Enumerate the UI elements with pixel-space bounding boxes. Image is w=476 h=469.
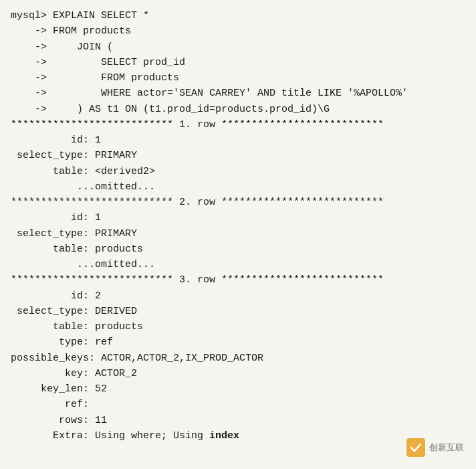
row3-rows-value: 11: [89, 413, 107, 428]
row3-possible-keys: possible_keys: ACTOR,ACTOR_2,IX_PROD_ACT…: [11, 351, 465, 366]
row3-select-type: select_type: DERIVED: [11, 304, 465, 319]
row2-id-label: id:: [11, 210, 89, 225]
query-text-1: EXPLAIN SELECT *: [53, 8, 149, 23]
query-text-4: SELECT prod_id: [53, 55, 185, 70]
query-text-2: FROM products: [53, 23, 131, 39]
query-text-7: ) AS t1 ON (t1.prod_id=products.prod_id)…: [53, 102, 330, 117]
row3-table-label: table:: [11, 319, 89, 335]
watermark: 创新互联: [406, 438, 464, 457]
checkmark-icon: [409, 441, 423, 454]
row2-omitted: ...omitted...: [11, 257, 465, 272]
row3-table-value: products: [89, 319, 143, 335]
row3-key-len: key_len: 52: [11, 381, 465, 397]
row3-select-type-label: select_type:: [11, 304, 89, 319]
arrow-prompt-4: ->: [11, 55, 53, 70]
row3-key-label: key:: [11, 366, 89, 381]
row1-select-type-label: select_type:: [11, 148, 89, 163]
query-line-7: -> ) AS t1 ON (t1.prod_id=products.prod_…: [11, 102, 465, 117]
arrow-prompt-6: ->: [11, 86, 53, 101]
row3-ref-label: ref:: [11, 397, 89, 412]
row3-id-value: 2: [89, 288, 101, 304]
row3-divider: *************************** 3. row *****…: [11, 272, 465, 288]
query-text-6: WHERE actor='SEAN CARREY' AND title LIKE…: [53, 86, 408, 101]
query-line-3: -> JOIN (: [11, 39, 465, 55]
row2-divider: *************************** 2. row *****…: [11, 195, 465, 210]
row2-select-type-label: select_type:: [11, 226, 89, 242]
row3-extra: Extra: Using where; Using index: [11, 428, 465, 444]
prompt-label: mysql>: [11, 8, 53, 23]
row3-key-value: ACTOR_2: [89, 366, 137, 381]
row1-select-type: select_type: PRIMARY: [11, 148, 465, 163]
row3-extra-label: Extra:: [11, 428, 89, 444]
query-line-4: -> SELECT prod_id: [11, 55, 465, 70]
terminal-window: mysql> EXPLAIN SELECT * -> FROM products…: [11, 8, 465, 444]
row2-omitted-text: ...omitted...: [11, 257, 155, 272]
arrow-prompt-7: ->: [11, 102, 53, 117]
row3-extra-value-normal: Using where; Using: [89, 428, 209, 444]
arrow-prompt-5: ->: [11, 70, 53, 86]
row1-select-type-value: PRIMARY: [89, 148, 137, 163]
row3-key-len-label: key_len:: [11, 381, 89, 397]
row3-type-value: ref: [89, 335, 113, 350]
row3-possible-keys-label: possible_keys:: [11, 351, 95, 366]
row3-type-label: type:: [11, 335, 89, 350]
query-line-2: -> FROM products: [11, 23, 465, 39]
row1-divider: *************************** 1. row *****…: [11, 117, 465, 132]
row3-select-type-value: DERIVED: [89, 304, 137, 319]
row2-id-value: 1: [89, 210, 101, 225]
row2-select-type-value: PRIMARY: [89, 226, 137, 242]
row1-table-label: table:: [11, 164, 89, 179]
row2-select-type: select_type: PRIMARY: [11, 226, 465, 242]
row3-rows: rows: 11: [11, 413, 465, 428]
row1-table: table: <derived2>: [11, 164, 465, 179]
row2-table: table: products: [11, 242, 465, 257]
watermark-icon: [406, 438, 425, 457]
row1-id-label: id:: [11, 132, 89, 148]
query-line-1: mysql> EXPLAIN SELECT *: [11, 8, 465, 23]
row3-possible-keys-value: ACTOR,ACTOR_2,IX_PROD_ACTOR: [95, 351, 263, 366]
row3-id: id: 2: [11, 288, 465, 304]
arrow-prompt-2: ->: [11, 23, 53, 39]
row3-id-label: id:: [11, 288, 89, 304]
row1-omitted: ...omitted...: [11, 179, 465, 195]
row3-key: key: ACTOR_2: [11, 366, 465, 381]
row2-table-value: products: [89, 242, 143, 257]
row3-ref: ref:: [11, 397, 465, 412]
row1-omitted-text: ...omitted...: [11, 179, 155, 195]
row3-type: type: ref: [11, 335, 465, 350]
row1-id-value: 1: [89, 132, 101, 148]
row3-table: table: products: [11, 319, 465, 335]
row2-id: id: 1: [11, 210, 465, 225]
query-text-5: FROM products: [53, 70, 179, 86]
query-text-3: JOIN (: [53, 39, 113, 55]
row3-key-len-value: 52: [89, 381, 107, 397]
row1-table-value: <derived2>: [89, 164, 155, 179]
arrow-prompt-3: ->: [11, 39, 53, 55]
watermark-company: 创新互联: [429, 442, 464, 454]
query-line-6: -> WHERE actor='SEAN CARREY' AND title L…: [11, 86, 465, 101]
query-line-5: -> FROM products: [11, 70, 465, 86]
row3-rows-label: rows:: [11, 413, 89, 428]
row1-id: id: 1: [11, 132, 465, 148]
row2-table-label: table:: [11, 242, 89, 257]
row3-extra-value-bold: index: [209, 428, 239, 444]
